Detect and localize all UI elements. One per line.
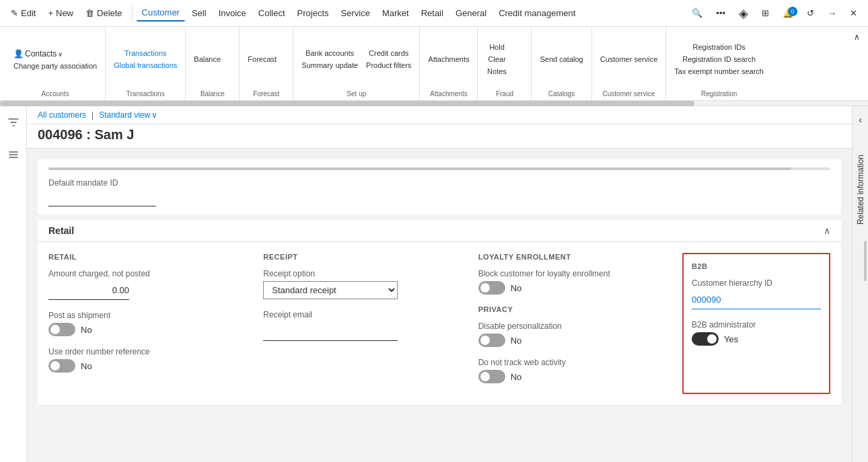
ribbon-items-catalogs: Send catalog xyxy=(537,30,585,89)
notification-badge: 0 xyxy=(788,7,797,16)
ribbon-items-transactions: Transactions Global transactions xyxy=(111,30,180,89)
invoice-menu-button[interactable]: Invoice xyxy=(213,5,252,21)
ribbon-contacts-button[interactable]: 👤 Contacts ∨ xyxy=(11,48,100,60)
ribbon-summary-update-button[interactable]: Summary update xyxy=(299,60,361,71)
ribbon-group-catalogs: Send catalog Catalogs xyxy=(532,27,591,100)
ribbon-group-label-fraud: Fraud xyxy=(483,89,526,98)
amount-input[interactable] xyxy=(48,281,129,300)
retail-menu-button[interactable]: Retail xyxy=(416,5,449,21)
filter-icon-button[interactable] xyxy=(3,112,24,133)
retail-section-header[interactable]: Retail ∧ xyxy=(38,220,841,242)
projects-menu-button[interactable]: Projects xyxy=(292,5,334,21)
page-title: 004096 : Sam J xyxy=(38,127,841,143)
receipt-email-label: Receipt email xyxy=(263,310,456,319)
hierarchy-id-field: Customer hierarchy ID xyxy=(692,278,821,309)
mandate-input[interactable] xyxy=(48,190,156,206)
ribbon-items-fraud: Hold Clear Notes xyxy=(483,30,526,89)
plus-icon: + xyxy=(48,8,53,18)
ribbon-notes-button[interactable]: Notes xyxy=(483,66,510,77)
ribbon-group-customer-service: Customer service Customer service xyxy=(592,27,667,100)
ribbon-collapse-button[interactable]: ∧ xyxy=(851,30,863,44)
receipt-email-input[interactable] xyxy=(263,322,398,341)
scrollbar-track xyxy=(0,101,694,106)
more-button[interactable]: ••• xyxy=(711,5,731,21)
ribbon-bank-accounts-button[interactable]: Bank accounts xyxy=(299,48,361,59)
track-activity-toggle[interactable] xyxy=(478,370,505,383)
diamond-button[interactable]: ◈ xyxy=(733,3,754,24)
ribbon-forecast-button[interactable]: Forecast xyxy=(245,54,279,65)
receipt-option-select[interactable]: Standard receipt Email None xyxy=(263,281,398,299)
new-button[interactable]: + New xyxy=(42,5,79,21)
order-ref-label: Use order number reference xyxy=(48,347,242,356)
ribbon-group-label-registration: Registration xyxy=(672,89,766,98)
expand-button[interactable]: ⊞ xyxy=(756,5,774,21)
ribbon-global-transactions-button[interactable]: Global transactions xyxy=(111,60,180,71)
general-menu-button[interactable]: General xyxy=(450,5,492,21)
vertical-scrollbar[interactable] xyxy=(864,241,867,281)
separator-1 xyxy=(132,5,133,22)
loyalty-col: LOYALTY ENROLLMENT Block customer for lo… xyxy=(468,253,682,394)
service-menu-button[interactable]: Service xyxy=(336,5,375,21)
block-loyalty-toggle[interactable] xyxy=(478,281,505,295)
disable-personalization-field: Disable personalization No xyxy=(478,321,672,347)
hierarchy-id-input[interactable] xyxy=(692,291,821,309)
notifications-button[interactable]: 🔔 0 xyxy=(777,5,799,21)
hamburger-icon-button[interactable] xyxy=(3,144,24,165)
ribbon-product-filters-button[interactable]: Product filters xyxy=(363,60,414,71)
edit-button[interactable]: ✎ Edit xyxy=(5,5,41,21)
customer-menu-button[interactable]: Customer xyxy=(137,5,185,22)
amount-label: Amount charged, not posted xyxy=(48,269,242,278)
diamond-icon: ◈ xyxy=(739,6,748,21)
ribbon-items-setup: Bank accounts Summary update Credit card… xyxy=(299,30,414,89)
collect-menu-button[interactable]: Collect xyxy=(253,5,291,21)
post-shipment-toggle-row: No xyxy=(48,323,242,336)
right-panel-label[interactable]: Related information xyxy=(856,155,865,225)
hierarchy-id-label: Customer hierarchy ID xyxy=(692,278,821,288)
delete-button[interactable]: 🗑 Delete xyxy=(80,5,128,21)
form-content: Default mandate ID Retail ∧ RETAIL Amoun… xyxy=(27,149,852,421)
retail-col: RETAIL Amount charged, not posted Post a… xyxy=(48,253,252,394)
ribbon-group-fraud: Hold Clear Notes Fraud xyxy=(478,27,532,100)
ribbon: 👤 Contacts ∨ Change party association Ac… xyxy=(0,27,868,101)
disable-personalization-toggle[interactable] xyxy=(478,334,505,347)
ribbon-balance-button[interactable]: Balance xyxy=(191,54,223,65)
arrow-right-button[interactable]: → xyxy=(822,5,842,21)
ribbon-group-label-catalogs: Catalogs xyxy=(537,89,585,98)
close-icon: ✕ xyxy=(850,8,857,18)
ribbon-registration-id-search-button[interactable]: Registration ID search xyxy=(672,54,766,65)
breadcrumb-all-customers[interactable]: All customers xyxy=(38,110,86,120)
receipt-email-field: Receipt email xyxy=(263,310,456,341)
ribbon-clear-button[interactable]: Clear xyxy=(483,54,510,65)
ribbon-attachments-button[interactable]: Attachments xyxy=(425,54,472,65)
sell-menu-button[interactable]: Sell xyxy=(186,5,212,21)
track-activity-toggle-row: No xyxy=(478,370,672,383)
post-shipment-field: Post as shipment No xyxy=(48,311,242,336)
refresh-button[interactable]: ↺ xyxy=(801,5,820,21)
retail-section: Retail ∧ RETAIL Amount charged, not post… xyxy=(38,220,841,405)
search-button[interactable]: 🔍 xyxy=(686,5,708,21)
market-menu-button[interactable]: Market xyxy=(377,5,414,21)
ribbon-send-catalog-button[interactable]: Send catalog xyxy=(537,54,585,65)
content-area: All customers | Standard view ∨ 004096 :… xyxy=(27,106,852,462)
right-panel-collapse-button[interactable]: ‹ xyxy=(856,112,865,128)
breadcrumb-view[interactable]: Standard view ∨ xyxy=(99,110,157,120)
credit-mgmt-menu-button[interactable]: Credit management xyxy=(493,5,581,21)
refresh-icon: ↺ xyxy=(807,8,814,18)
ribbon-customer-service-button[interactable]: Customer service xyxy=(598,54,661,65)
ribbon-hold-button[interactable]: Hold xyxy=(483,42,510,52)
post-shipment-toggle[interactable] xyxy=(48,323,75,336)
ribbon-group-balance: Balance Balance xyxy=(186,27,240,100)
track-activity-field: Do not track web activity No xyxy=(478,358,672,383)
order-ref-toggle[interactable] xyxy=(48,359,75,373)
receipt-option-label: Receipt option xyxy=(263,269,456,278)
mandate-section: Default mandate ID xyxy=(38,159,841,215)
ribbon-registration-ids-button[interactable]: Registration IDs xyxy=(672,42,766,52)
b2b-admin-toggle[interactable] xyxy=(692,332,719,346)
ribbon-change-party-button[interactable]: Change party association xyxy=(11,61,100,71)
ribbon-transactions-button[interactable]: Transactions xyxy=(111,48,180,59)
ribbon-credit-cards-button[interactable]: Credit cards xyxy=(363,48,414,59)
close-button[interactable]: ✕ xyxy=(844,5,863,21)
disable-personalization-label: Disable personalization xyxy=(478,321,672,331)
horizontal-scrollbar[interactable] xyxy=(0,101,868,106)
ribbon-tax-exempt-button[interactable]: Tax exempt number search xyxy=(672,66,766,77)
